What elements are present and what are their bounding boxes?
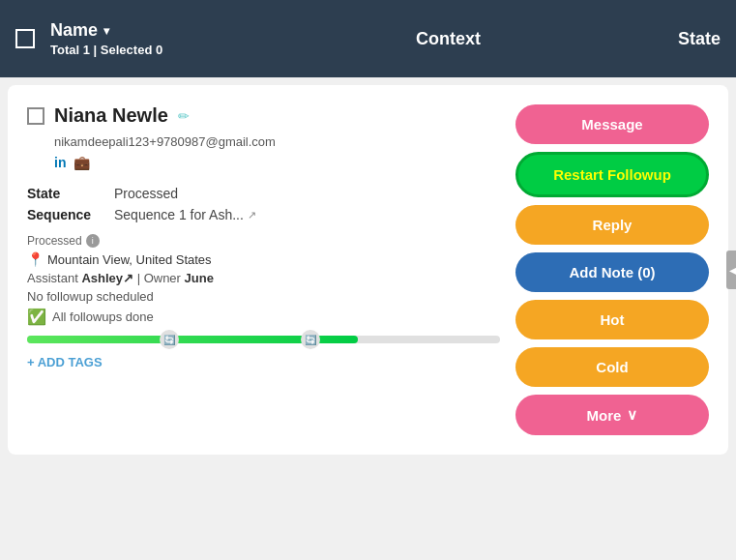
contact-header-row: Niana Newle ✏ bbox=[27, 104, 500, 127]
sequence-field-label: Sequence bbox=[27, 207, 104, 222]
owner-name: June bbox=[185, 271, 214, 285]
location-text: Mountain View, United States bbox=[47, 252, 212, 267]
more-button[interactable]: More ∨ bbox=[515, 395, 709, 435]
assistant-name: Ashley bbox=[81, 271, 123, 285]
owner-label: Owner bbox=[144, 271, 181, 285]
add-note-button[interactable]: Add Note (0) bbox=[515, 252, 709, 292]
contact-links: in 💼 bbox=[54, 155, 500, 170]
total-value: 1 bbox=[83, 43, 90, 57]
sequence-value-text: Sequence 1 for Ash... bbox=[114, 207, 244, 222]
name-label: Name bbox=[50, 20, 98, 41]
reply-button[interactable]: Reply bbox=[515, 205, 709, 245]
table-header: Name ▾ Total 1 | Selected 0 Context Stat… bbox=[0, 0, 736, 77]
progress-dot-1: 🔄 bbox=[160, 330, 179, 349]
sidebar-collapse-arrow[interactable]: ◀ bbox=[726, 251, 736, 289]
cold-button[interactable]: Cold bbox=[515, 347, 709, 387]
external-link-icon[interactable]: ↗ bbox=[248, 209, 256, 221]
action-buttons-panel: Message Restart Followup Reply Add Note … bbox=[515, 104, 709, 435]
done-text: All followups done bbox=[52, 309, 154, 324]
more-chevron-icon: ∨ bbox=[627, 406, 637, 424]
progress-bar-container: 🔄 🔄 bbox=[27, 336, 500, 343]
sort-chevron-icon: ▾ bbox=[103, 24, 109, 38]
processed-label-text: Processed bbox=[27, 234, 82, 248]
assistant-row: Assistant Ashley↗ | Owner June bbox=[27, 271, 500, 285]
name-column-header[interactable]: Name ▾ bbox=[50, 20, 292, 41]
restart-followup-button[interactable]: Restart Followup bbox=[515, 152, 709, 197]
assistant-link[interactable]: Ashley↗ bbox=[81, 271, 133, 285]
edit-icon[interactable]: ✏ bbox=[178, 108, 190, 124]
followup-row: No followup scheduled bbox=[27, 289, 500, 304]
contact-checkbox[interactable] bbox=[27, 107, 44, 125]
context-column-header: Context bbox=[292, 29, 604, 49]
hot-button[interactable]: Hot bbox=[515, 300, 709, 339]
contact-card: Niana Newle ✏ nikamdeepali123+9780987@gm… bbox=[8, 85, 728, 455]
location-pin-icon: 📍 bbox=[27, 251, 44, 267]
more-label: More bbox=[587, 407, 622, 424]
progress-dot-2: 🔄 bbox=[301, 330, 320, 349]
location-row: 📍 Mountain View, United States bbox=[27, 251, 500, 267]
processed-status: Processed i bbox=[27, 234, 500, 248]
state-field-value: Processed bbox=[114, 186, 500, 201]
message-button[interactable]: Message bbox=[515, 104, 709, 144]
contact-details: Niana Newle ✏ nikamdeepali123+9780987@gm… bbox=[27, 104, 500, 435]
contact-name: Niana Newle bbox=[54, 104, 168, 127]
info-grid: State Processed Sequence Sequence 1 for … bbox=[27, 186, 500, 222]
status-section: Processed i 📍 Mountain View, United Stat… bbox=[27, 234, 500, 326]
record-count: Total 1 | Selected 0 bbox=[50, 43, 292, 57]
state-column-header: State bbox=[604, 29, 721, 49]
selected-label: Selected bbox=[101, 43, 152, 57]
assistant-label: Assistant bbox=[27, 271, 78, 285]
sequence-field-value: Sequence 1 for Ash... ↗ bbox=[114, 207, 500, 222]
separator: | bbox=[94, 43, 98, 57]
briefcase-icon[interactable]: 💼 bbox=[74, 155, 90, 170]
total-label: Total bbox=[50, 43, 79, 57]
select-all-checkbox[interactable] bbox=[15, 29, 35, 48]
info-icon[interactable]: i bbox=[86, 234, 100, 248]
add-tags-button[interactable]: + ADD TAGS bbox=[27, 355, 500, 369]
check-circle-icon: ✅ bbox=[27, 308, 46, 326]
contact-email: nikamdeepali123+9780987@gmail.com bbox=[54, 134, 500, 149]
done-row: ✅ All followups done bbox=[27, 308, 500, 326]
linkedin-icon[interactable]: in bbox=[54, 155, 66, 170]
state-field-label: State bbox=[27, 186, 104, 201]
selected-value: 0 bbox=[156, 43, 162, 57]
